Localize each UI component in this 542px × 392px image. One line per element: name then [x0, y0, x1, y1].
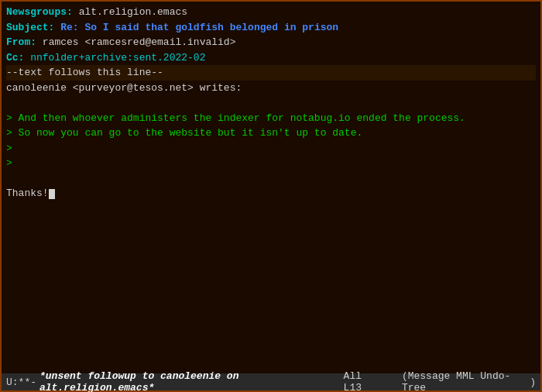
- subject-line: Subject: Re: So I said that goldfish bel…: [6, 20, 536, 36]
- quote-text-4: >: [6, 157, 12, 169]
- status-mode: U:**-: [6, 377, 36, 388]
- main-container: Newsgroups: alt.religion.emacs Subject: …: [0, 0, 542, 392]
- status-filename: *unsent followup to canoleenie on alt.re…: [39, 370, 341, 392]
- body-line-1: Thanks!: [6, 186, 536, 201]
- quote-line-3: >: [6, 141, 536, 156]
- writer-line: canoleenie <purveyor@tesos.net> writes:: [6, 81, 536, 96]
- cc-line: Cc: nnfolder+archive:sent.2022-02: [6, 50, 536, 66]
- thanks-text: Thanks!: [6, 187, 49, 199]
- quote-line-1: > And then whoever administers the index…: [6, 111, 536, 126]
- cc-label: Cc:: [6, 52, 24, 64]
- quote-line-4: >: [6, 156, 536, 171]
- blank-line-2: [6, 171, 536, 187]
- from-line: From: ramces <ramcesred@email.invalid>: [6, 35, 536, 50]
- separator-line: --text follows this line--: [6, 65, 536, 81]
- from-value: ramces <ramcesred@email.invalid>: [43, 36, 236, 48]
- status-paren-close: ): [530, 377, 536, 388]
- separator-text: --text follows this line--: [6, 67, 163, 78]
- subject-label: Subject:: [6, 22, 54, 33]
- blank-line-1: [6, 95, 536, 111]
- quote-text-3: >: [6, 143, 12, 154]
- subject-value: Re: So I said that goldfish belonged in …: [60, 22, 338, 33]
- newsgroups-label: Newsgroups:: [6, 6, 73, 18]
- status-position: All L13: [344, 370, 383, 392]
- status-bar: U:**- *unsent followup to canoleenie on …: [2, 373, 540, 390]
- from-label: From:: [6, 36, 36, 48]
- status-modes: (Message MML Undo-Tree: [402, 370, 527, 392]
- newsgroups-value: alt.religion.emacs: [79, 6, 187, 18]
- cursor: [49, 189, 55, 199]
- quote-text-2: > So now you can go to the website but i…: [6, 127, 362, 139]
- quote-text-1: > And then whoever administers the index…: [6, 112, 465, 124]
- cc-value: nnfolder+archive:sent.2022-02: [30, 52, 205, 64]
- content-area[interactable]: Newsgroups: alt.religion.emacs Subject: …: [2, 2, 540, 373]
- newsgroups-line: Newsgroups: alt.religion.emacs: [6, 5, 536, 20]
- writer-text: canoleenie <purveyor@tesos.net> writes:: [6, 82, 242, 94]
- quote-line-2: > So now you can go to the website but i…: [6, 126, 536, 141]
